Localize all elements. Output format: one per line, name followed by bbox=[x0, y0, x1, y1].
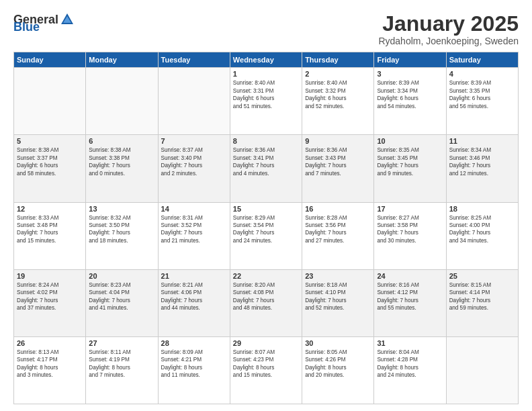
day-number: 27 bbox=[89, 339, 154, 347]
calendar-header-row: Sunday Monday Tuesday Wednesday Thursday… bbox=[14, 52, 519, 68]
table-row: 28Sunrise: 8:09 AM Sunset: 4:21 PM Dayli… bbox=[158, 336, 230, 404]
table-row: 9Sunrise: 8:36 AM Sunset: 3:43 PM Daylig… bbox=[302, 135, 374, 202]
table-row: 11Sunrise: 8:34 AM Sunset: 3:46 PM Dayli… bbox=[446, 135, 518, 202]
day-info: Sunrise: 8:27 AM Sunset: 3:58 PM Dayligh… bbox=[377, 214, 443, 245]
day-number: 19 bbox=[17, 272, 83, 280]
day-info: Sunrise: 8:05 AM Sunset: 4:26 PM Dayligh… bbox=[305, 349, 371, 379]
day-info: Sunrise: 8:15 AM Sunset: 4:14 PM Dayligh… bbox=[449, 281, 515, 312]
table-row: 27Sunrise: 8:11 AM Sunset: 4:19 PM Dayli… bbox=[86, 336, 158, 404]
day-number: 30 bbox=[305, 339, 371, 347]
day-info: Sunrise: 8:11 AM Sunset: 4:19 PM Dayligh… bbox=[89, 349, 154, 379]
day-number: 29 bbox=[233, 339, 299, 347]
header-sunday: Sunday bbox=[14, 52, 86, 68]
calendar-week-row: 1Sunrise: 8:40 AM Sunset: 3:31 PM Daylig… bbox=[14, 68, 519, 135]
logo-icon bbox=[60, 12, 75, 27]
day-info: Sunrise: 8:28 AM Sunset: 3:56 PM Dayligh… bbox=[305, 214, 371, 245]
day-info: Sunrise: 8:35 AM Sunset: 3:45 PM Dayligh… bbox=[377, 146, 443, 177]
day-number: 11 bbox=[449, 137, 515, 145]
table-row: 3Sunrise: 8:39 AM Sunset: 3:34 PM Daylig… bbox=[374, 68, 446, 135]
table-row: 25Sunrise: 8:15 AM Sunset: 4:14 PM Dayli… bbox=[446, 269, 518, 336]
day-number: 15 bbox=[233, 205, 299, 213]
header-saturday: Saturday bbox=[446, 52, 518, 68]
day-number: 31 bbox=[377, 339, 443, 347]
calendar-week-row: 5Sunrise: 8:38 AM Sunset: 3:37 PM Daylig… bbox=[14, 135, 519, 202]
day-info: Sunrise: 8:33 AM Sunset: 3:48 PM Dayligh… bbox=[17, 214, 83, 245]
table-row: 2Sunrise: 8:40 AM Sunset: 3:32 PM Daylig… bbox=[302, 68, 374, 135]
day-number: 25 bbox=[449, 272, 515, 280]
day-info: Sunrise: 8:32 AM Sunset: 3:50 PM Dayligh… bbox=[89, 214, 154, 245]
day-info: Sunrise: 8:16 AM Sunset: 4:12 PM Dayligh… bbox=[377, 281, 443, 312]
day-info: Sunrise: 8:40 AM Sunset: 3:32 PM Dayligh… bbox=[305, 79, 371, 110]
table-row: 14Sunrise: 8:31 AM Sunset: 3:52 PM Dayli… bbox=[158, 202, 230, 269]
page: General Blue January 2025 Rydaholm, Joen… bbox=[0, 0, 532, 411]
day-number: 12 bbox=[17, 205, 83, 213]
day-info: Sunrise: 8:38 AM Sunset: 3:38 PM Dayligh… bbox=[89, 146, 154, 177]
table-row: 18Sunrise: 8:25 AM Sunset: 4:00 PM Dayli… bbox=[446, 202, 518, 269]
table-row bbox=[14, 68, 86, 135]
header-friday: Friday bbox=[374, 52, 446, 68]
day-number: 17 bbox=[377, 205, 443, 213]
day-info: Sunrise: 8:24 AM Sunset: 4:02 PM Dayligh… bbox=[17, 281, 83, 312]
table-row: 31Sunrise: 8:04 AM Sunset: 4:28 PM Dayli… bbox=[374, 336, 446, 404]
table-row bbox=[86, 68, 158, 135]
day-info: Sunrise: 8:09 AM Sunset: 4:21 PM Dayligh… bbox=[161, 349, 227, 379]
day-info: Sunrise: 8:25 AM Sunset: 4:00 PM Dayligh… bbox=[449, 214, 515, 245]
table-row: 1Sunrise: 8:40 AM Sunset: 3:31 PM Daylig… bbox=[230, 68, 302, 135]
header-monday: Monday bbox=[86, 52, 158, 68]
location-title: Rydaholm, Joenkoeping, Sweden bbox=[378, 36, 519, 46]
day-info: Sunrise: 8:20 AM Sunset: 4:08 PM Dayligh… bbox=[233, 281, 299, 312]
day-info: Sunrise: 8:36 AM Sunset: 3:43 PM Dayligh… bbox=[305, 146, 371, 177]
day-info: Sunrise: 8:37 AM Sunset: 3:40 PM Dayligh… bbox=[161, 146, 227, 177]
day-number: 5 bbox=[17, 137, 83, 145]
table-row: 15Sunrise: 8:29 AM Sunset: 3:54 PM Dayli… bbox=[230, 202, 302, 269]
day-info: Sunrise: 8:18 AM Sunset: 4:10 PM Dayligh… bbox=[305, 281, 371, 312]
day-number: 7 bbox=[161, 137, 227, 145]
day-info: Sunrise: 8:07 AM Sunset: 4:23 PM Dayligh… bbox=[233, 349, 299, 379]
day-number: 28 bbox=[161, 339, 227, 347]
day-number: 16 bbox=[305, 205, 371, 213]
day-number: 23 bbox=[305, 272, 371, 280]
table-row: 29Sunrise: 8:07 AM Sunset: 4:23 PM Dayli… bbox=[230, 336, 302, 404]
table-row: 19Sunrise: 8:24 AM Sunset: 4:02 PM Dayli… bbox=[14, 269, 86, 336]
table-row: 16Sunrise: 8:28 AM Sunset: 3:56 PM Dayli… bbox=[302, 202, 374, 269]
table-row: 4Sunrise: 8:39 AM Sunset: 3:35 PM Daylig… bbox=[446, 68, 518, 135]
table-row: 20Sunrise: 8:23 AM Sunset: 4:04 PM Dayli… bbox=[86, 269, 158, 336]
day-info: Sunrise: 8:31 AM Sunset: 3:52 PM Dayligh… bbox=[161, 214, 227, 245]
day-info: Sunrise: 8:40 AM Sunset: 3:31 PM Dayligh… bbox=[233, 79, 299, 110]
day-info: Sunrise: 8:23 AM Sunset: 4:04 PM Dayligh… bbox=[89, 281, 154, 312]
table-row: 26Sunrise: 8:13 AM Sunset: 4:17 PM Dayli… bbox=[14, 336, 86, 404]
day-info: Sunrise: 8:04 AM Sunset: 4:28 PM Dayligh… bbox=[377, 349, 443, 379]
day-number: 22 bbox=[233, 272, 299, 280]
day-number: 18 bbox=[449, 205, 515, 213]
table-row: 13Sunrise: 8:32 AM Sunset: 3:50 PM Dayli… bbox=[86, 202, 158, 269]
day-info: Sunrise: 8:29 AM Sunset: 3:54 PM Dayligh… bbox=[233, 214, 299, 245]
day-info: Sunrise: 8:21 AM Sunset: 4:06 PM Dayligh… bbox=[161, 281, 227, 312]
header: General Blue January 2025 Rydaholm, Joen… bbox=[13, 12, 519, 46]
day-info: Sunrise: 8:38 AM Sunset: 3:37 PM Dayligh… bbox=[17, 146, 83, 177]
day-info: Sunrise: 8:39 AM Sunset: 3:34 PM Dayligh… bbox=[377, 79, 443, 110]
day-info: Sunrise: 8:39 AM Sunset: 3:35 PM Dayligh… bbox=[449, 79, 515, 110]
calendar-week-row: 19Sunrise: 8:24 AM Sunset: 4:02 PM Dayli… bbox=[14, 269, 519, 336]
logo-blue-text: Blue bbox=[13, 20, 40, 34]
day-info: Sunrise: 8:13 AM Sunset: 4:17 PM Dayligh… bbox=[17, 349, 83, 379]
day-number: 10 bbox=[377, 137, 443, 145]
day-info: Sunrise: 8:34 AM Sunset: 3:46 PM Dayligh… bbox=[449, 146, 515, 177]
header-wednesday: Wednesday bbox=[230, 52, 302, 68]
day-number: 9 bbox=[305, 137, 371, 145]
calendar-week-row: 12Sunrise: 8:33 AM Sunset: 3:48 PM Dayli… bbox=[14, 202, 519, 269]
day-number: 4 bbox=[449, 70, 515, 78]
table-row: 5Sunrise: 8:38 AM Sunset: 3:37 PM Daylig… bbox=[14, 135, 86, 202]
logo-area: General Blue bbox=[13, 12, 75, 34]
table-row bbox=[158, 68, 230, 135]
table-row: 17Sunrise: 8:27 AM Sunset: 3:58 PM Dayli… bbox=[374, 202, 446, 269]
day-number: 26 bbox=[17, 339, 83, 347]
table-row: 8Sunrise: 8:36 AM Sunset: 3:41 PM Daylig… bbox=[230, 135, 302, 202]
table-row: 23Sunrise: 8:18 AM Sunset: 4:10 PM Dayli… bbox=[302, 269, 374, 336]
table-row: 24Sunrise: 8:16 AM Sunset: 4:12 PM Dayli… bbox=[374, 269, 446, 336]
table-row: 6Sunrise: 8:38 AM Sunset: 3:38 PM Daylig… bbox=[86, 135, 158, 202]
month-title: January 2025 bbox=[378, 12, 519, 36]
header-thursday: Thursday bbox=[302, 52, 374, 68]
title-area: January 2025 Rydaholm, Joenkoeping, Swed… bbox=[378, 12, 519, 46]
day-number: 6 bbox=[89, 137, 154, 145]
day-number: 8 bbox=[233, 137, 299, 145]
